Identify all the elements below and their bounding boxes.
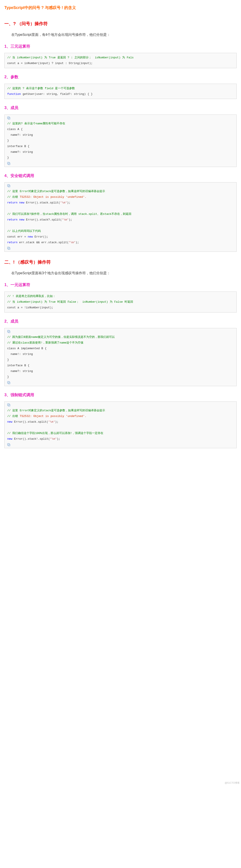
code-comment: // 因为接口B里面name被定义为可空的值，但是实际情况是不为空的，那我们就可… <box>7 336 115 339</box>
code-member-q: // 这里的? 表示这个name属性有可能不存在 class A { name?… <box>4 115 237 167</box>
code-keyword: new <box>18 218 24 221</box>
code-text: Error().stack!.split( <box>12 437 50 440</box>
code-comment: // 这里 Error对象定义的stack是可选参数，如果这样写的话编译器会提示 <box>7 190 105 193</box>
copy-icon[interactable] <box>7 161 11 165</box>
code-comment: // 这里的? 表示这个name属性有可能不存在 <box>7 122 65 125</box>
code-comment: // 以上代码等同以下代码 <box>7 229 41 233</box>
code-text: ); <box>55 420 58 424</box>
code-keyword: new <box>18 201 24 204</box>
code-error: TS2532: Object is possibly 'undefined'. <box>18 414 86 418</box>
page-title: TypeScript中的问号 ? 与感叹号 ! 的含义 <box>4 4 237 11</box>
code-member-bang: // 因为接口B里面name被定义为可空的值，但是实际情况是不为空的，那我们就可… <box>4 328 237 386</box>
code-keyword: return <box>7 241 18 244</box>
code-keyword: new <box>7 437 12 440</box>
copy-icon[interactable] <box>7 184 11 188</box>
code-unary: // ! 就是将之后的结果取反，比如： // 当 isNumber(input)… <box>4 291 237 312</box>
code-comment: // 出错 <box>7 195 18 199</box>
code-string: '\n' <box>62 218 69 221</box>
copy-icon[interactable] <box>7 403 11 407</box>
sub-1-4-heading: 4、安全链式调用 <box>4 173 237 179</box>
code-force-chain: // 这里 Error对象定义的stack是可选参数，如果这样写的话编译器会提示… <box>4 401 237 448</box>
copy-icon[interactable] <box>7 246 11 250</box>
code-keyword: new <box>7 420 12 424</box>
code-comment: // 我们确信这个字段100%出现，那么就可以添加!，强调这个字段一定存在 <box>7 432 103 435</box>
code-line: const a = !isNumber(input); <box>7 305 234 311</box>
code-keyword: function <box>7 92 21 96</box>
code-text: Error().stack.split( <box>24 201 60 204</box>
code-line: class A implemented B { <box>7 346 234 351</box>
code-string: '\n' <box>60 201 67 204</box>
copy-icon[interactable] <box>7 116 11 120</box>
code-text: ); <box>57 437 60 440</box>
sub-1-2-heading: 2、参数 <box>4 74 237 81</box>
code-comment: // 我们可以添加?操作符，当stack属性存在时，调用 stack.split… <box>7 212 131 216</box>
sub-2-2-heading: 2、成员 <box>4 318 237 325</box>
section-1-lead: 在TypeScript里面，有4个地方会出现问号操作符，他们分别是： <box>4 32 237 38</box>
code-string: '\n' <box>50 437 57 440</box>
code-keyword: return <box>7 218 18 221</box>
code-text: Error(); <box>33 235 48 239</box>
code-text: const err = <box>7 235 28 239</box>
code-text: ); <box>76 241 79 244</box>
code-line: interface B { <box>7 363 234 368</box>
code-string: '\n' <box>48 420 55 424</box>
code-line: class A { <box>7 127 234 132</box>
sub-2-1-heading: 1、一元运算符 <box>4 281 237 288</box>
code-comment: // 通过在class里面使用!，重新强调了name这个不为空值 <box>7 341 83 344</box>
copy-icon[interactable] <box>7 381 11 384</box>
code-text: getUser(user: string, field?: string) { … <box>21 92 92 96</box>
code-param: // 这里的 ? 表示这个参数 field 是一个可选参数 function g… <box>4 84 237 99</box>
section-2-heading: 二、! （感叹号）操作符 <box>4 258 237 266</box>
code-text: ); <box>67 201 71 204</box>
code-ternary: // 当 isNumber(input) 为 True 是返回 ? : 之间的部… <box>4 53 237 68</box>
code-line: name?: string <box>7 368 234 374</box>
copy-icon[interactable] <box>7 330 11 334</box>
code-comment: // 出错 <box>7 414 18 418</box>
code-line: interface B { <box>7 144 234 149</box>
code-line: } <box>7 357 234 363</box>
sub-1-3-heading: 3、成员 <box>4 104 237 111</box>
code-keyword: new <box>28 235 33 239</box>
code-comment: // 这里 Error对象定义的stack是可选参数，如果这样写的话编译器会提示 <box>7 409 105 412</box>
code-keyword: return <box>7 201 18 204</box>
code-text: Error().stack?.split( <box>24 218 62 221</box>
copy-icon[interactable] <box>7 443 11 447</box>
sub-1-1-heading: 1、三元运算符 <box>4 43 237 50</box>
code-string: '\n' <box>69 241 76 244</box>
code-comment: // 这里的 ? 表示这个参数 field 是一个可选参数 <box>7 87 75 90</box>
code-comment: // 当 isNumber(input) 为 True 时返回 False； i… <box>7 300 133 304</box>
code-line: } <box>7 138 234 144</box>
code-safe-chain: // 这里 Error对象定义的stack是可选参数，如果这样写的话编译器会提示… <box>4 182 237 252</box>
code-error: TS2532: Object is possibly 'undefined'. <box>18 195 86 199</box>
code-comment: // ! 就是将之后的结果取反，比如： <box>7 294 56 298</box>
code-line: const a = isNumber(input) ? input : Stri… <box>7 61 234 66</box>
code-comment: // 当 isNumber(input) 为 True 是返回 ? : 之间的部… <box>7 56 134 59</box>
section-1-heading: 一、? （问号）操作符 <box>4 20 237 27</box>
code-line: name?: string <box>7 132 234 138</box>
code-line: } <box>7 155 234 161</box>
sub-2-3-heading: 3、强制链式调用 <box>4 392 237 398</box>
code-line: name!: string <box>7 351 234 357</box>
code-line: } <box>7 374 234 380</box>
code-text: err.stack && err.stack.split( <box>18 241 69 244</box>
code-text: Error().stack.split( <box>12 420 48 424</box>
code-text: ); <box>69 218 72 221</box>
code-line: name?: string <box>7 149 234 155</box>
section-2-lead: 在TypeScript里面有3个地方会出现感叹号操作符，他们分别是： <box>4 270 237 276</box>
